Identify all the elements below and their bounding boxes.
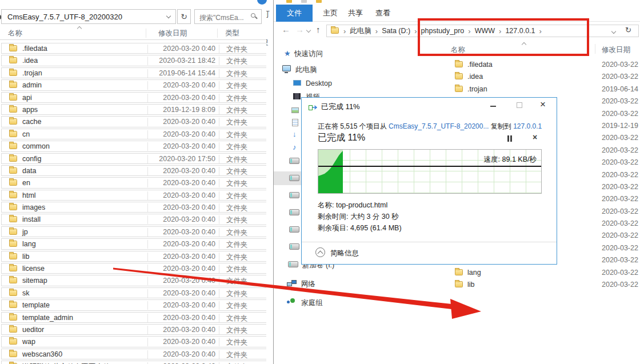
chevron-down-icon[interactable] [611,29,616,34]
file-row[interactable]: .idea 2020-03-21 18:42 文件夹 [1,55,266,66]
speed-chart: 速度: 89.1 KB/秒 [318,149,542,194]
sidebar-item-quick-access[interactable]: 快速访问 [294,49,323,59]
downloads-icon[interactable]: ↓ [293,130,297,138]
breadcrumb-item[interactable]: 此电脑 [347,26,374,36]
file-row[interactable]: config 2020-03-20 17:50 文件夹 [1,153,266,164]
drive-icon[interactable] [289,226,299,233]
file-row[interactable]: .trojan 2019-06-14 [446,84,639,95]
file-row[interactable]: lib 2020-03-20 0:40 文件夹 [1,251,266,262]
close-icon[interactable]: × [540,99,546,110]
folder-icon [9,179,17,186]
title-bar-icon-fragment[interactable] [286,0,292,3]
breadcrumb-item[interactable]: 127.0.0.1 [503,27,537,35]
tab-file[interactable]: 文件 [276,5,313,22]
file-row[interactable]: install 2020-03-20 0:40 文件夹 [1,214,266,225]
file-row[interactable]: sitemap 2020-03-20 0:40 文件夹 [1,275,266,286]
file-row[interactable]: cache 2020-03-20 0:40 文件夹 [1,116,266,127]
file-type: 文件夹 [219,130,266,139]
tab-home[interactable]: 主页 [323,5,338,22]
file-row[interactable]: html 2020-03-20 0:40 文件夹 [1,190,266,201]
file-row[interactable]: lang 2020-03-22 [446,267,639,278]
title-bar-icon-fragment[interactable] [301,0,307,3]
pause-icon[interactable] [507,135,512,142]
file-name: cn [22,130,30,138]
up-icon[interactable]: ↑ [316,22,321,38]
file-row[interactable]: admin 2020-03-20 0:40 文件夹 [1,79,266,90]
file-date: 2020-03-22 [602,219,638,227]
source-folder-link[interactable]: CmsEasy_7.5.7_UTF-8_20200... [389,122,489,130]
speed-reference-line [318,166,541,167]
music-icon[interactable]: ♪ [293,143,297,151]
sidebar-item-this-pc[interactable]: 此电脑 [295,65,317,75]
sidebar-item-desktop[interactable]: Desktop [306,79,332,87]
file-name: lang [467,269,481,277]
pictures-icon[interactable] [291,107,299,113]
file-row[interactable]: 说明附件 此文件夹不要上传 2020-03-20 0:40 文件夹 [1,361,266,364]
cancel-icon[interactable]: × [533,133,537,142]
back-icon[interactable]: ← [282,22,290,38]
file-row[interactable]: .filedata 2020-03-22 [446,59,639,70]
column-header-date[interactable]: 修改日期 [602,45,630,55]
sort-ascending-icon [77,26,82,31]
breadcrumb-item[interactable]: phpstudy_pro [419,27,467,35]
file-row[interactable]: common 2020-03-20 0:40 文件夹 [1,141,266,151]
details-toggle[interactable]: 简略信息 [330,249,359,258]
forward-icon[interactable]: → [295,22,304,38]
drive-icon[interactable] [289,209,299,215]
breadcrumb-separator-icon: › [374,27,379,35]
column-header-name[interactable]: 名称 [8,29,22,38]
address-bar[interactable]: › 此电脑 › Sata (D:) › phpstudy_pro › WWW ›… [326,25,639,37]
sidebar-item-network[interactable]: 网络 [301,279,315,289]
chevron-down-icon[interactable] [166,14,171,18]
file-row[interactable]: en 2020-03-20 0:40 文件夹 [1,177,266,188]
search-icon[interactable] [251,13,255,18]
file-row[interactable]: cn 2020-03-20 0:40 文件夹 [1,129,266,139]
file-row[interactable]: wap 2020-03-20 0:40 文件夹 [1,336,266,347]
file-name: jp [22,228,28,236]
file-row[interactable]: license 2020-03-20 0:40 文件夹 [1,263,266,274]
file-row[interactable]: sk 2020-03-20 0:40 文件夹 [1,287,266,298]
tab-share[interactable]: 共享 [348,5,363,22]
file-row[interactable]: template 2020-03-20 0:40 文件夹 [1,299,266,310]
drive-icon[interactable] [289,192,299,198]
file-row[interactable]: images 2020-03-20 0:40 文件夹 [1,202,266,213]
column-header-type[interactable]: 类型 [225,29,239,38]
title-bar-icon-fragment[interactable] [316,0,322,3]
file-row[interactable]: .trojan 2019-06-14 15:44 文件夹 [1,67,266,78]
breadcrumb-item[interactable]: WWW [473,27,497,35]
file-date: 2020-03-20 0:40 [147,94,219,102]
file-name: .filedata [22,45,47,53]
tab-view[interactable]: 查看 [375,5,390,22]
column-header-name[interactable]: 名称 [451,45,465,55]
sidebar-item-homegroup[interactable]: 家庭组 [301,298,323,308]
file-row[interactable]: data 2020-03-20 0:40 文件夹 [1,165,266,176]
refresh-button[interactable]: ↻ [177,9,191,24]
column-header-date[interactable]: 修改日期 [158,29,187,38]
file-date: 2020-03-22 [602,244,638,252]
drive-icon[interactable] [289,158,299,164]
file-date: 2020-03-20 0:40 [147,167,219,175]
drive-icon[interactable] [289,175,299,181]
maximize-icon[interactable] [517,102,522,108]
search-input[interactable]: 搜索"CmsEa... [194,9,262,24]
target-folder-link[interactable]: 127.0.0.1 [513,122,542,130]
file-row[interactable]: .idea 2020-03-22 [446,71,639,82]
file-row[interactable]: apps 2019-12-19 8:09 文件夹 [1,104,266,115]
refresh-icon[interactable]: ↻ [625,26,631,34]
chevron-up-circle-icon[interactable] [315,247,325,257]
file-row[interactable]: webscan360 2020-03-20 0:40 文件夹 [1,349,266,359]
breadcrumb-item[interactable]: Sata (D:) [379,27,413,35]
file-row[interactable]: template_admin 2020-03-20 0:40 文件夹 [1,312,266,323]
file-row[interactable]: jp 2020-03-20 0:40 文件夹 [1,226,266,237]
file-row[interactable]: ueditor 2020-03-20 0:40 文件夹 [1,324,266,335]
file-row[interactable]: lib 2020-03-22 [446,279,639,290]
drive-icon[interactable] [289,243,299,250]
minimize-icon[interactable] [490,106,496,107]
file-row[interactable]: lang 2020-03-20 0:40 文件夹 [1,238,266,249]
chevron-down-icon[interactable] [306,28,311,33]
file-date: 2019-12-19 8:09 [147,106,219,114]
file-row[interactable]: api 2020-03-20 0:40 文件夹 [1,92,266,103]
archive-path-combobox[interactable]: CmsEasy_7.5.7_UTF-8_20200320 [1,9,176,24]
documents-icon[interactable] [292,119,298,126]
file-row[interactable]: .filedata 2020-03-20 0:40 文件夹 [1,43,266,54]
